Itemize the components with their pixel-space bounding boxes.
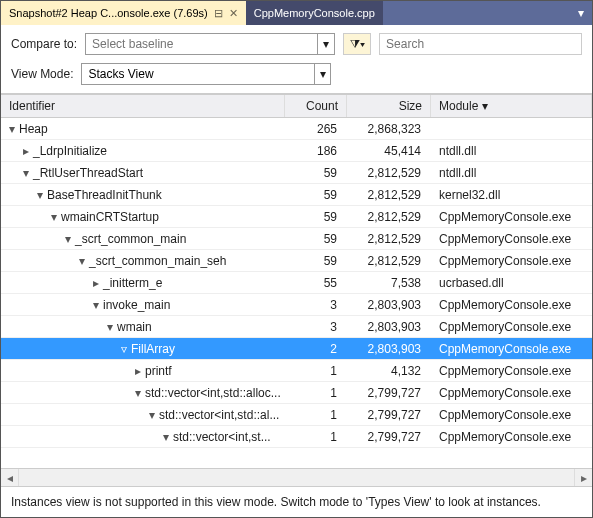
tree-toggle-icon[interactable]: ▸ xyxy=(133,364,143,378)
table-row[interactable]: ▾std::vector<int,std::al...12,799,727Cpp… xyxy=(1,404,592,426)
table-row[interactable]: ▾_scrt_common_main_seh592,812,529CppMemo… xyxy=(1,250,592,272)
size-cell: 2,799,727 xyxy=(347,430,431,444)
table-row[interactable]: ▾Heap2652,868,323 xyxy=(1,118,592,140)
table-row[interactable]: ▾invoke_main32,803,903CppMemoryConsole.e… xyxy=(1,294,592,316)
baseline-input[interactable] xyxy=(86,34,317,54)
count-cell: 59 xyxy=(285,188,347,202)
count-cell: 186 xyxy=(285,144,347,158)
identifier-text: std::vector<int,std::alloc... xyxy=(145,386,281,400)
col-size[interactable]: Size xyxy=(347,95,431,117)
table-row[interactable]: ▸_LdrpInitialize18645,414ntdll.dll xyxy=(1,140,592,162)
module-cell: ntdll.dll xyxy=(431,144,592,158)
horizontal-scrollbar[interactable]: ◂ ▸ xyxy=(1,468,592,486)
table-row[interactable]: ▿FillArray22,803,903CppMemoryConsole.exe xyxy=(1,338,592,360)
grid-header: Identifier Count Size Module ▾ xyxy=(1,95,592,118)
tab-snapshot[interactable]: Snapshot#2 Heap C...onsole.exe (7.69s) ⊟… xyxy=(1,1,246,25)
col-identifier[interactable]: Identifier xyxy=(1,95,285,117)
search-input[interactable] xyxy=(380,34,581,54)
identifier-text: FillArray xyxy=(131,342,175,356)
module-cell: CppMemoryConsole.exe xyxy=(431,210,592,224)
chevron-down-icon[interactable]: ▾ xyxy=(317,34,334,54)
status-bar: Instances view is not supported in this … xyxy=(1,486,592,517)
size-cell: 4,132 xyxy=(347,364,431,378)
viewmode-input[interactable] xyxy=(82,64,313,84)
count-cell: 1 xyxy=(285,408,347,422)
viewmode-combo[interactable]: ▾ xyxy=(81,63,331,85)
count-cell: 3 xyxy=(285,298,347,312)
module-cell: CppMemoryConsole.exe xyxy=(431,320,592,334)
table-row[interactable]: ▾_RtlUserThreadStart592,812,529ntdll.dll xyxy=(1,162,592,184)
table-row[interactable]: ▾BaseThreadInitThunk592,812,529kernel32.… xyxy=(1,184,592,206)
tab-source[interactable]: CppMemoryConsole.cpp xyxy=(246,1,383,25)
size-cell: 7,538 xyxy=(347,276,431,290)
table-row[interactable]: ▾wmain32,803,903CppMemoryConsole.exe xyxy=(1,316,592,338)
module-cell: CppMemoryConsole.exe xyxy=(431,408,592,422)
module-cell: kernel32.dll xyxy=(431,188,592,202)
tree-toggle-icon[interactable]: ▾ xyxy=(161,430,171,444)
table-row[interactable]: ▾std::vector<int,st...12,799,727CppMemor… xyxy=(1,426,592,448)
module-cell: ntdll.dll xyxy=(431,166,592,180)
size-cell: 45,414 xyxy=(347,144,431,158)
identifier-text: wmainCRTStartup xyxy=(61,210,159,224)
search-box[interactable] xyxy=(379,33,582,55)
filter-button[interactable]: ⧩▾ xyxy=(343,33,371,55)
table-row[interactable]: ▾_scrt_common_main592,812,529CppMemoryCo… xyxy=(1,228,592,250)
count-cell: 3 xyxy=(285,320,347,334)
tab-overflow-menu[interactable]: ▾ xyxy=(570,1,592,25)
module-cell: CppMemoryConsole.exe xyxy=(431,364,592,378)
module-cell: ucrbased.dll xyxy=(431,276,592,290)
size-cell: 2,812,529 xyxy=(347,232,431,246)
tab-label: CppMemoryConsole.cpp xyxy=(254,7,375,19)
tree-toggle-icon[interactable]: ▾ xyxy=(147,408,157,422)
tree-toggle-icon[interactable]: ▾ xyxy=(21,166,31,180)
module-cell: CppMemoryConsole.exe xyxy=(431,342,592,356)
module-cell: CppMemoryConsole.exe xyxy=(431,232,592,246)
tree-toggle-icon[interactable]: ▾ xyxy=(63,232,73,246)
tree-toggle-icon[interactable]: ▾ xyxy=(91,298,101,312)
tree-toggle-icon[interactable]: ▾ xyxy=(49,210,59,224)
tree-toggle-icon[interactable]: ▾ xyxy=(105,320,115,334)
tree-toggle-icon[interactable]: ▾ xyxy=(7,122,17,136)
identifier-text: invoke_main xyxy=(103,298,170,312)
sort-indicator-icon: ▾ xyxy=(482,99,488,113)
identifier-text: std::vector<int,std::al... xyxy=(159,408,279,422)
toolbar: Compare to: ▾ ⧩▾ View Mode: ▾ xyxy=(1,25,592,94)
size-cell: 2,799,727 xyxy=(347,408,431,422)
module-cell: CppMemoryConsole.exe xyxy=(431,254,592,268)
identifier-text: std::vector<int,st... xyxy=(173,430,271,444)
tree-toggle-icon[interactable]: ▿ xyxy=(119,342,129,356)
chevron-down-icon[interactable]: ▾ xyxy=(314,64,331,84)
table-row[interactable]: ▸printf14,132CppMemoryConsole.exe xyxy=(1,360,592,382)
tree-toggle-icon[interactable]: ▾ xyxy=(77,254,87,268)
grid-body[interactable]: ▾Heap2652,868,323▸_LdrpInitialize18645,4… xyxy=(1,118,592,468)
tree-toggle-icon[interactable]: ▾ xyxy=(133,386,143,400)
pin-icon[interactable]: ⊟ xyxy=(214,7,223,20)
table-row[interactable]: ▾wmainCRTStartup592,812,529CppMemoryCons… xyxy=(1,206,592,228)
col-module[interactable]: Module ▾ xyxy=(431,95,592,117)
tab-label: Snapshot#2 Heap C...onsole.exe (7.69s) xyxy=(9,7,208,19)
status-text: Instances view is not supported in this … xyxy=(11,495,541,509)
filter-icon: ⧩▾ xyxy=(350,37,365,51)
table-row[interactable]: ▾std::vector<int,std::alloc...12,799,727… xyxy=(1,382,592,404)
identifier-text: Heap xyxy=(19,122,48,136)
identifier-text: wmain xyxy=(117,320,152,334)
scroll-left-icon[interactable]: ◂ xyxy=(1,469,19,486)
size-cell: 2,812,529 xyxy=(347,254,431,268)
close-icon[interactable]: ✕ xyxy=(229,7,238,20)
baseline-combo[interactable]: ▾ xyxy=(85,33,335,55)
tree-toggle-icon[interactable]: ▾ xyxy=(35,188,45,202)
size-cell: 2,803,903 xyxy=(347,320,431,334)
scroll-right-icon[interactable]: ▸ xyxy=(574,469,592,486)
viewmode-label: View Mode: xyxy=(11,67,73,81)
count-cell: 1 xyxy=(285,430,347,444)
count-cell: 55 xyxy=(285,276,347,290)
count-cell: 1 xyxy=(285,386,347,400)
table-row[interactable]: ▸_initterm_e557,538ucrbased.dll xyxy=(1,272,592,294)
size-cell: 2,812,529 xyxy=(347,210,431,224)
tree-toggle-icon[interactable]: ▸ xyxy=(21,144,31,158)
count-cell: 59 xyxy=(285,210,347,224)
tree-toggle-icon[interactable]: ▸ xyxy=(91,276,101,290)
identifier-text: _scrt_common_main_seh xyxy=(89,254,226,268)
count-cell: 59 xyxy=(285,166,347,180)
col-count[interactable]: Count xyxy=(285,95,347,117)
